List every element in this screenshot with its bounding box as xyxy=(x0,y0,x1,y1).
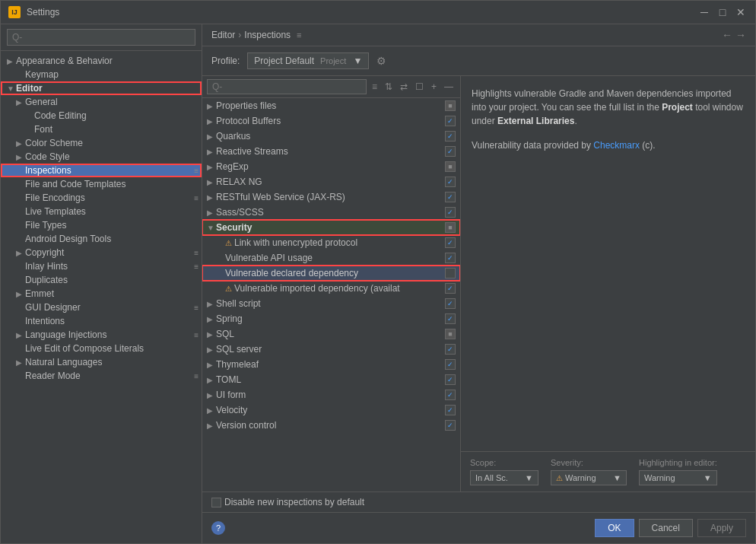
nav-forward-button[interactable]: → xyxy=(735,29,746,41)
highlighting-dropdown[interactable]: Warning ▼ xyxy=(639,470,717,485)
list-item[interactable]: ▶ Reactive Streams xyxy=(202,144,460,159)
list-item[interactable]: ⚠ Vulnerable imported dependency (availa… xyxy=(202,281,460,296)
help-button[interactable]: ? xyxy=(211,521,225,535)
item-label: Thymeleaf xyxy=(216,359,445,370)
list-item[interactable]: ▶ SQL xyxy=(202,326,460,342)
sidebar-item-emmet[interactable]: ▶ Emmet xyxy=(1,287,202,301)
scope-severity-bar: Scope: In All Sc. ▼ Severity: ⚠ Warning xyxy=(461,451,755,492)
item-label: Security xyxy=(216,222,445,233)
sidebar-search-input[interactable] xyxy=(7,29,195,46)
remove-button[interactable]: — xyxy=(442,80,456,94)
sidebar-item-gui-designer[interactable]: GUI Designer ≡ xyxy=(1,301,202,314)
check-box[interactable] xyxy=(445,420,456,431)
disable-inspections-checkbox-label[interactable]: Disable new inspections by default xyxy=(211,497,364,507)
sidebar-item-language-injections[interactable]: ▶ Language Injections ≡ xyxy=(1,328,202,342)
filter-button[interactable]: ≡ xyxy=(370,80,380,94)
check-box[interactable] xyxy=(445,146,456,157)
sidebar-item-inlay-hints[interactable]: Inlay Hints ≡ xyxy=(1,259,202,273)
sidebar-item-duplicates[interactable]: Duplicates xyxy=(1,273,202,287)
list-item-security[interactable]: ▼ Security xyxy=(202,220,460,235)
sidebar-item-reader-mode[interactable]: Reader Mode ≡ xyxy=(1,369,202,383)
apply-button[interactable]: Apply xyxy=(697,519,746,537)
check-box[interactable] xyxy=(445,268,456,278)
inspections-search-input[interactable] xyxy=(207,79,367,94)
list-item[interactable]: ▶ Version control xyxy=(202,418,460,433)
list-item[interactable]: ▶ RELAX NG xyxy=(202,174,460,189)
disable-inspections-checkbox[interactable] xyxy=(211,498,221,507)
check-box[interactable] xyxy=(445,237,456,248)
check-box[interactable] xyxy=(445,116,456,126)
item-label: Version control xyxy=(216,420,445,431)
sidebar-item-intentions[interactable]: Intentions xyxy=(1,314,202,328)
list-item[interactable]: ▶ TOML xyxy=(202,372,460,387)
check-box[interactable] xyxy=(445,405,456,415)
list-item[interactable]: ⚠ Link with unencrypted protocol xyxy=(202,235,460,250)
check-box[interactable] xyxy=(445,298,456,309)
list-item[interactable]: ▶ RESTful Web Service (JAX-RS) xyxy=(202,189,460,205)
check-box[interactable] xyxy=(445,329,456,339)
check-box[interactable] xyxy=(445,253,456,263)
sidebar-item-editor[interactable]: ▼ Editor xyxy=(1,81,202,95)
check-box[interactable] xyxy=(445,100,456,111)
sidebar-item-natural-languages[interactable]: ▶ Natural Languages xyxy=(1,355,202,369)
sidebar-item-code-style[interactable]: ▶ Code Style xyxy=(1,150,202,164)
list-item-vulnerable-declared[interactable]: Vulnerable declared dependency xyxy=(202,266,460,281)
sidebar-item-general[interactable]: ▶ General xyxy=(1,95,202,109)
profile-dropdown[interactable]: Project Default Project ▼ xyxy=(247,52,369,69)
sidebar-item-keymap[interactable]: Keymap xyxy=(1,68,202,81)
sidebar-item-file-encodings[interactable]: File Encodings ≡ xyxy=(1,191,202,205)
check-box[interactable] xyxy=(445,207,456,218)
sidebar-item-live-templates[interactable]: Live Templates xyxy=(1,205,202,218)
checkmarx-link[interactable]: Checkmarx xyxy=(593,140,640,151)
list-item[interactable]: ▶ Sass/SCSS xyxy=(202,205,460,220)
sidebar-item-file-types[interactable]: File Types xyxy=(1,218,202,232)
breadcrumb-parent[interactable]: Editor xyxy=(211,30,235,40)
check-box[interactable] xyxy=(445,390,456,400)
check-box[interactable] xyxy=(445,177,456,187)
sidebar-item-code-editing[interactable]: Code Editing xyxy=(1,109,202,122)
list-item[interactable]: ▶ Quarkus xyxy=(202,129,460,144)
add-button[interactable]: + xyxy=(429,80,439,94)
close-button[interactable]: ✕ xyxy=(734,5,748,19)
list-item[interactable]: ▶ Thymeleaf xyxy=(202,357,460,372)
list-item[interactable]: Vulnerable API usage xyxy=(202,250,460,266)
cancel-button[interactable]: Cancel xyxy=(639,519,693,537)
expand-all-button[interactable]: ⇅ xyxy=(383,80,395,94)
scope-dropdown[interactable]: In All Sc. ▼ xyxy=(470,470,538,485)
sidebar-item-appearance[interactable]: ▶ Appearance & Behavior xyxy=(1,54,202,68)
list-item[interactable]: ▶ Velocity xyxy=(202,402,460,418)
severity-dropdown[interactable]: ⚠ Warning ▼ xyxy=(551,470,627,485)
breadcrumb-current: Inspections xyxy=(244,30,291,40)
sidebar-item-color-scheme[interactable]: ▶ Color Scheme xyxy=(1,136,202,150)
list-item[interactable]: ▶ Protocol Buffers xyxy=(202,113,460,129)
check-box[interactable] xyxy=(445,131,456,142)
check-box[interactable] xyxy=(445,192,456,202)
check-box[interactable] xyxy=(445,313,456,324)
collapse-all-button[interactable]: ⇄ xyxy=(398,80,410,94)
check-box[interactable] xyxy=(445,283,456,294)
ok-button[interactable]: OK xyxy=(595,519,634,537)
gear-button[interactable]: ⚙ xyxy=(376,55,386,67)
sidebar-item-font[interactable]: Font xyxy=(1,122,202,136)
nav-back-button[interactable]: ← xyxy=(722,29,732,41)
sidebar-item-android-design[interactable]: Android Design Tools xyxy=(1,232,202,246)
check-box[interactable] xyxy=(445,344,456,355)
minimize-button[interactable]: ─ xyxy=(697,5,711,19)
check-box[interactable] xyxy=(445,161,456,172)
sidebar-item-live-edit[interactable]: Live Edit of Compose Literals xyxy=(1,342,202,355)
check-box[interactable] xyxy=(445,374,456,385)
group-button[interactable]: ☐ xyxy=(413,80,426,94)
sidebar-item-copyright[interactable]: ▶ Copyright ≡ xyxy=(1,246,202,259)
sidebar-item-inspections[interactable]: Inspections ≡ xyxy=(1,164,202,177)
maximize-button[interactable]: □ xyxy=(716,5,729,19)
list-item[interactable]: ▶ UI form xyxy=(202,387,460,402)
list-item[interactable]: ▶ RegExp xyxy=(202,159,460,174)
list-item[interactable]: ▶ Properties files xyxy=(202,98,460,113)
list-item[interactable]: ▶ Spring xyxy=(202,311,460,326)
sidebar-item-label: Font xyxy=(34,124,202,135)
list-item[interactable]: ▶ SQL server xyxy=(202,342,460,357)
check-box[interactable] xyxy=(445,222,456,233)
sidebar-item-file-code-templates[interactable]: File and Code Templates xyxy=(1,177,202,191)
list-item[interactable]: ▶ Shell script xyxy=(202,296,460,311)
check-box[interactable] xyxy=(445,359,456,370)
